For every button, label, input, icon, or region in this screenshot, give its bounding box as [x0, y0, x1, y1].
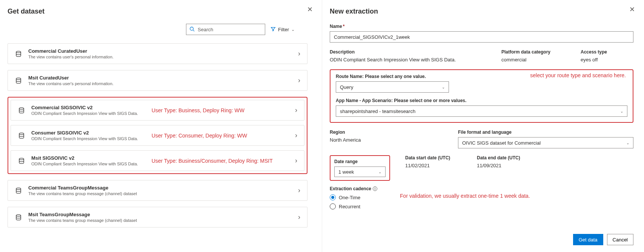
route-scenario-highlight: select your route type and scenario here… — [330, 69, 633, 123]
date-range-value: 1 week — [338, 169, 354, 175]
dataset-title: Msit TeamsGroupMessage — [28, 212, 294, 217]
route-select[interactable]: Query ⌄ — [336, 81, 449, 93]
chevron-down-icon: ⌄ — [442, 85, 445, 89]
dataset-desc: ODIN Compliant Search Impression View wi… — [31, 136, 148, 141]
dataset-desc: The view contains teams group message (c… — [28, 218, 294, 223]
dataset-title: Msit SIGSOIVIC v2 — [31, 155, 148, 161]
description-label: Description — [330, 49, 486, 55]
name-input[interactable] — [330, 31, 633, 43]
name-label: Name* — [330, 24, 633, 29]
app-value: sharepointshared - teamsitesearch — [340, 108, 415, 114]
date-range-label: Date range — [334, 159, 386, 164]
dataset-desc: ODIN Compliant Search Impression View wi… — [31, 111, 148, 116]
dataset-list: Commercial CuratedUser The view contains… — [8, 43, 311, 228]
file-format-value: OIVIC SIGS dataset for Commercial — [462, 140, 541, 146]
dataset-title: Consumer SIGSOIVIC v2 — [31, 130, 148, 136]
database-icon — [18, 132, 25, 139]
cadence-recurrent[interactable]: Recurrent — [330, 203, 377, 209]
info-icon[interactable]: i — [373, 186, 377, 191]
highlighted-datasets: Commercial SIGSOIVIC v2 ODIN Compliant S… — [8, 97, 307, 174]
panel-title: Get dataset — [8, 8, 311, 15]
data-start-value: 11/02/2021 — [405, 163, 462, 168]
platform-value: commercial — [501, 57, 566, 63]
search-input[interactable] — [197, 26, 262, 33]
annotation-text: User Type: Business/Consumer, Deploy Rin… — [148, 158, 291, 164]
chevron-right-icon: › — [298, 213, 300, 221]
chevron-down-icon: ⌄ — [620, 109, 623, 113]
svg-point-0 — [190, 27, 194, 30]
chevron-down-icon: ⌄ — [291, 27, 295, 32]
annotation-text: select your route type and scenario here… — [530, 72, 626, 78]
close-icon[interactable]: ✕ — [629, 6, 635, 13]
filter-icon — [271, 26, 276, 33]
app-label: App Name - App Scenario: Please select o… — [336, 98, 627, 103]
chevron-down-icon: ⌄ — [378, 170, 381, 174]
dataset-title: Msit CuratedUser — [28, 75, 294, 81]
data-end-value: 11/09/2021 — [477, 163, 533, 168]
filter-button[interactable]: Filter ⌄ — [269, 24, 296, 35]
file-format-label: File format and language — [458, 130, 633, 135]
svg-point-2 — [16, 51, 21, 52]
cadence-label: Extraction cadence — [330, 186, 371, 191]
date-range-select[interactable]: 1 week ⌄ — [334, 166, 386, 177]
database-icon — [15, 77, 22, 84]
cadence-one-time[interactable]: One-Time — [330, 194, 377, 200]
chevron-right-icon: › — [295, 106, 297, 114]
chevron-right-icon: › — [298, 186, 300, 194]
dataset-desc: The view contains teams group message (c… — [28, 191, 294, 196]
access-value: eyes off — [581, 57, 633, 63]
database-icon — [18, 107, 25, 114]
dataset-desc: ODIN Compliant Search Impression View wi… — [31, 162, 148, 166]
annotation-text: User Type: Consumer, Deploy Ring: WW — [148, 133, 291, 139]
svg-point-5 — [19, 133, 24, 134]
svg-point-7 — [16, 188, 21, 189]
route-value: Query — [340, 84, 353, 90]
database-icon — [15, 214, 22, 221]
platform-label: Platform data category — [501, 49, 566, 55]
annotation-text: User Type: Business, Deploy Ring: WW — [148, 107, 291, 113]
search-input-wrapper[interactable] — [186, 24, 265, 35]
svg-point-3 — [16, 78, 21, 79]
radio-checked-icon — [330, 194, 336, 200]
chevron-right-icon: › — [295, 157, 297, 165]
dataset-title: Commercial TeamsGroupMessage — [28, 185, 294, 191]
dataset-item[interactable]: Msit SIGSOIVIC v2 ODIN Compliant Search … — [11, 150, 304, 171]
cancel-button[interactable]: Cancel — [607, 234, 633, 245]
region-label: Region — [330, 130, 443, 135]
region-value: North America — [330, 137, 443, 143]
dataset-desc: The view contains user's personal inform… — [28, 81, 294, 86]
svg-point-6 — [19, 158, 24, 159]
access-label: Access type — [581, 49, 633, 55]
get-data-button[interactable]: Get data — [573, 234, 603, 245]
chevron-right-icon: › — [298, 76, 300, 84]
panel-title: New extraction — [330, 8, 633, 15]
date-range-highlight: Date range 1 week ⌄ — [330, 155, 390, 181]
database-icon — [18, 157, 25, 165]
radio-unchecked-icon — [330, 203, 336, 209]
dataset-item[interactable]: Msit CuratedUser The view contains user'… — [8, 70, 307, 91]
chevron-down-icon: ⌄ — [626, 141, 629, 145]
data-start-label: Data start date (UTC) — [405, 155, 462, 160]
database-icon — [15, 50, 22, 58]
database-icon — [15, 187, 22, 194]
description-value: ODIN Compliant Search Impression View wi… — [330, 57, 486, 63]
cadence-group: Extraction cadence i One-Time Recurrent — [330, 186, 377, 209]
data-end-label: Data end date (UTC) — [477, 155, 533, 160]
app-scenario-select[interactable]: sharepointshared - teamsitesearch ⌄ — [336, 105, 627, 117]
new-extraction-panel: ✕ New extraction Name* Description ODIN … — [322, 0, 644, 252]
chevron-right-icon: › — [295, 131, 297, 139]
file-format-select[interactable]: OIVIC SIGS dataset for Commercial ⌄ — [458, 137, 633, 148]
close-icon[interactable]: ✕ — [307, 6, 313, 13]
chevron-right-icon: › — [298, 50, 300, 58]
get-dataset-panel: ✕ Get dataset Filter ⌄ Commercial — [0, 0, 322, 252]
svg-point-8 — [16, 214, 21, 216]
annotation-text: For validation, we usually extract one-t… — [400, 186, 530, 199]
svg-point-4 — [19, 107, 24, 109]
search-icon — [189, 26, 195, 33]
dataset-item[interactable]: Commercial TeamsGroupMessage The view co… — [8, 180, 307, 201]
dataset-item[interactable]: Commercial SIGSOIVIC v2 ODIN Compliant S… — [11, 100, 304, 121]
dataset-desc: The view contains user's personal inform… — [28, 55, 294, 59]
dataset-item[interactable]: Msit TeamsGroupMessage The view contains… — [8, 207, 307, 228]
dataset-item[interactable]: Commercial CuratedUser The view contains… — [8, 43, 307, 64]
dataset-item[interactable]: Consumer SIGSOIVIC v2 ODIN Compliant Sea… — [11, 125, 304, 146]
